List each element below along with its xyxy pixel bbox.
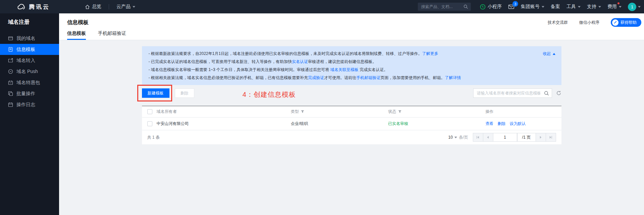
nav-tools-label: 工具 [566,4,576,10]
nav-support[interactable]: 支持 [587,4,601,10]
triangle-up-icon [553,52,555,55]
tabs: 信息模板 手机邮箱验证 [59,30,644,40]
chevron-down-icon [542,6,544,9]
notice-text: - 域名信息模板实名审核一般需要 1~3 个工作日，具体取决于相关注册局审核时间… [149,67,331,72]
home-icon [85,4,90,9]
delete-button[interactable]: 删除 [175,88,194,98]
refresh-icon[interactable] [556,90,561,96]
sidebar-item-operation-log[interactable]: 操作日志 [0,99,59,110]
nav-billing[interactable]: 费用 [607,4,622,10]
discount-package-icon [8,80,13,85]
batch-icon [8,91,13,96]
sidebar-item-info-template[interactable]: 信息模板 [0,44,59,55]
tab-info-template[interactable]: 信息模板 [67,30,86,40]
real-name-verify-link[interactable]: 实名认证 [292,59,308,64]
chevron-down-icon [578,6,581,9]
chevron-down-icon [454,137,457,140]
log-icon [8,102,13,107]
notice-text: - 根据相关政策法规，域名实名信息必须使用已验证的手机、邮箱，已有信息模板需要补… [149,75,308,80]
account-menu[interactable]: 1 [628,3,641,11]
current-page-input[interactable] [493,133,517,142]
collapse-label: 收起 [543,50,551,58]
page-size-unit: 条/页 [459,135,468,140]
main-area: 信息模板 技术交流群 微信小程序 获得帮助 信息模板 手机 [59,13,644,215]
search-icon[interactable] [542,91,552,96]
sidebar-item-my-domains[interactable]: 我的域名 [0,33,59,44]
template-search-box [473,88,552,98]
sidebar-title: 域名注册 [0,13,59,26]
nav-miniprogram[interactable]: 小程序 [480,4,502,10]
brand-name: 腾讯云 [29,3,50,11]
collapse-notice-link[interactable]: 收起 [543,50,555,58]
search-icon[interactable] [463,4,468,9]
view-action-link[interactable]: 查看 [486,121,494,127]
last-page-button[interactable] [546,133,556,142]
notice-text: 完成实名认证。 [358,67,388,72]
column-header-status: 状态 [388,109,396,115]
template-search-input[interactable] [474,91,542,95]
sidebar-item-batch-operations[interactable]: 批量操作 [0,88,59,99]
chevron-down-icon [598,6,601,9]
first-page-button[interactable] [473,133,483,142]
nav-icp[interactable]: 备案 [551,4,560,10]
link-domain-to-template-link[interactable]: 域名关联至模板 [330,67,358,72]
phone-email-verify-link[interactable]: 手机邮箱验证 [356,75,381,80]
learn-details-link[interactable]: 了解详情 [445,75,461,80]
row-checkbox[interactable] [147,121,152,126]
prev-page-button[interactable] [483,133,493,142]
nav-products[interactable]: 云产品 [116,4,135,10]
sidebar-item-label: 域名特惠包 [16,80,40,86]
sidebar-item-domain-transfer-in[interactable]: 域名转入 [0,55,59,66]
notice-line: - 域名信息模板实名审核一般需要 1~3 个工作日，具体取决于相关注册局审核时间… [149,66,555,74]
sidebar-item-label: 信息模板 [16,47,35,53]
wechat-miniprogram-link[interactable]: 微信小程序 [579,20,599,25]
content: - 根据最新政策法规要求，自2022年1月1日起，域名注册前必须使用已实名审核的… [59,40,644,215]
delete-action-link[interactable]: 删除 [498,121,506,127]
nav-tools[interactable]: 工具 [566,4,581,10]
sidebar-item-label: 批量操作 [16,91,35,97]
complete-verification-link[interactable]: 完成验证 [308,75,324,80]
brand-logo[interactable]: 腾讯云 [17,3,50,11]
total-count-label: 共 1 条 [147,135,160,140]
nav-search-input[interactable] [421,4,463,9]
header-links: 技术交流群 微信小程序 获得帮助 [548,18,641,27]
next-page-button[interactable] [536,133,546,142]
set-default-action-link[interactable]: 设为默认 [510,121,526,127]
tech-group-link[interactable]: 技术交流群 [548,20,568,25]
cell-actions: 查看 删除 设为默认 [486,121,561,127]
browser-icon [8,36,13,41]
nav-group-account[interactable]: 集团账号 [521,4,544,10]
sidebar-item-domain-push[interactable]: 域名 Push [0,66,59,77]
toolbar: 新建模板 删除 4：创建信息模板 [142,88,561,102]
sidebar-item-label: 我的域名 [16,35,35,42]
get-help-button[interactable]: 获得帮助 [611,18,641,27]
nav-overview[interactable]: 总览 [85,4,101,10]
tutorial-step-annotation: 4：创建信息模板 [243,90,296,99]
cell-status: 已实名审核 [388,121,486,127]
select-all-checkbox[interactable] [147,109,152,114]
page-size-selector[interactable]: 10 条/页 [448,135,468,140]
nav-miniprogram-label: 小程序 [488,4,502,10]
table-header-row: 域名所有者 类型 [142,106,561,118]
column-header-actions: 操作 [486,109,561,115]
nav-messages[interactable]: 3 [508,4,514,9]
filter-funnel-icon[interactable] [301,110,304,114]
learn-more-link[interactable]: 了解更多 [422,51,438,56]
filter-funnel-icon[interactable] [398,110,402,114]
nav-billing-label: 费用 [607,4,617,10]
notice-banner: - 根据最新政策法规要求，自2022年1月1日起，域名注册前必须使用已实名审核的… [142,46,561,85]
transfer-in-icon [8,58,13,63]
sidebar-item-domain-discount-package[interactable]: 域名特惠包 [0,77,59,88]
nav-search[interactable] [418,3,471,11]
screen: 腾讯云 总览 云产品 小程序 [0,0,644,215]
nav-group-account-label: 集团账号 [521,4,540,10]
cell-owner: 中安山河有限公司 [157,121,291,127]
tab-phone-email-verify[interactable]: 手机邮箱验证 [98,30,126,40]
pager: /1 页 [473,133,556,142]
column-header-owner: 域名所有者 [157,109,291,115]
notice-line: - 根据最新政策法规要求，自2022年1月1日起，域名注册前必须使用已实名审核的… [149,50,555,58]
help-compass-icon [612,19,618,26]
tencent-cloud-logo-icon [17,3,26,10]
new-template-button[interactable]: 新建模板 [142,88,169,98]
nav-divider [109,4,109,9]
